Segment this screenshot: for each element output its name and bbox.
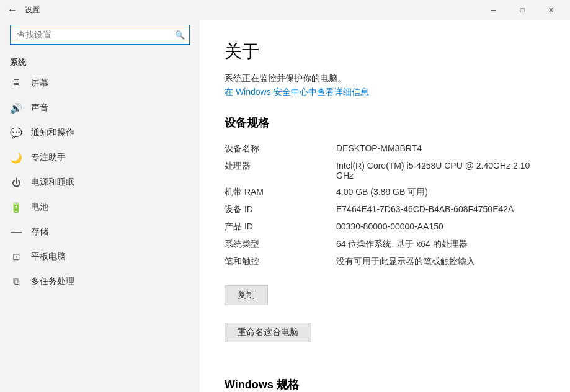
spec-value-system-type: 64 位操作系统, 基于 x64 的处理器 [336, 239, 545, 250]
sidebar-item-focus[interactable]: 🌙 专注助手 [0, 145, 200, 170]
content-area: 关于 系统正在监控并保护你的电脑。 在 Windows 安全中心中查看详细信息 … [200, 20, 570, 392]
back-button[interactable]: ← [5, 2, 20, 17]
section-label-system: 系统 [0, 52, 200, 71]
spec-label-cpu: 处理器 [225, 161, 336, 180]
sidebar-item-battery-label: 电池 [31, 202, 48, 213]
spec-value-pen-touch: 没有可用于此显示器的笔或触控输入 [336, 256, 545, 267]
maximize-button[interactable]: □ [508, 0, 537, 20]
battery-icon: 🔋 [10, 201, 22, 213]
sidebar: 🔍 系统 🖥 屏幕 🔊 声音 💬 通知和操作 🌙 专注助手 ⏻ 电源和睡眠 🔋 … [0, 20, 200, 392]
spec-value-ram: 4.00 GB (3.89 GB 可用) [336, 187, 545, 198]
close-button[interactable]: ✕ [537, 0, 565, 20]
device-specs-table: 设备名称 DESKTOP-MM3BRT4 处理器 Intel(R) Core(T… [225, 140, 545, 270]
window-title: 设置 [25, 5, 40, 16]
window-controls: ─ □ ✕ [479, 0, 565, 20]
title-bar-left: ← 设置 [5, 2, 479, 17]
search-container: 🔍 [10, 25, 190, 45]
page-title: 关于 [225, 40, 545, 63]
sidebar-item-tablet-label: 平板电脑 [31, 251, 66, 262]
spec-label-device-id: 设备 ID [225, 204, 336, 215]
spec-row-cpu: 处理器 Intel(R) Core(TM) i5-4258U CPU @ 2.4… [225, 158, 545, 184]
spec-value-device-name: DESKTOP-MM3BRT4 [336, 143, 545, 154]
focus-icon: 🌙 [10, 151, 22, 164]
sidebar-item-multitask-label: 多任务处理 [31, 276, 74, 287]
sidebar-item-notification[interactable]: 💬 通知和操作 [0, 120, 200, 145]
app-body: 🔍 系统 🖥 屏幕 🔊 声音 💬 通知和操作 🌙 专注助手 ⏻ 电源和睡眠 🔋 … [0, 20, 570, 392]
title-bar: ← 设置 ─ □ ✕ [0, 0, 570, 20]
copy-button[interactable]: 复制 [225, 285, 268, 305]
sidebar-item-focus-label: 专注助手 [31, 152, 66, 163]
spec-label-pen-touch: 笔和触控 [225, 256, 336, 267]
spec-row-device-id: 设备 ID E7464E41-7D63-46CD-B4AB-608F4750E4… [225, 201, 545, 218]
windows-specs-title: Windows 规格 [225, 377, 545, 392]
sidebar-item-power-label: 电源和睡眠 [31, 177, 74, 188]
screen-icon: 🖥 [10, 77, 22, 89]
spec-value-cpu: Intel(R) Core(TM) i5-4258U CPU @ 2.40GHz… [336, 161, 545, 180]
spec-label-ram: 机带 RAM [225, 187, 336, 198]
spec-row-ram: 机带 RAM 4.00 GB (3.89 GB 可用) [225, 184, 545, 201]
spec-label-device-name: 设备名称 [225, 143, 336, 154]
spec-value-product-id: 00330-80000-00000-AA150 [336, 221, 545, 233]
sidebar-item-storage-label: 存储 [31, 226, 48, 238]
spec-value-device-id: E7464E41-7D63-46CD-B4AB-608F4750E42A [336, 204, 545, 215]
tablet-icon: ⊡ [10, 251, 22, 263]
power-icon: ⏻ [10, 176, 22, 189]
sidebar-item-tablet[interactable]: ⊡ 平板电脑 [0, 244, 200, 269]
storage-icon: — [10, 226, 22, 238]
sidebar-item-notification-label: 通知和操作 [31, 127, 74, 138]
search-input[interactable] [10, 25, 190, 45]
search-wrapper: 🔍 [10, 25, 190, 45]
sidebar-item-battery[interactable]: 🔋 电池 [0, 195, 200, 220]
security-notice: 系统正在监控并保护你的电脑。 [225, 73, 545, 84]
spec-label-system-type: 系统类型 [225, 239, 336, 250]
sidebar-item-screen-label: 屏幕 [31, 78, 48, 89]
sidebar-item-storage[interactable]: — 存储 [0, 220, 200, 244]
multitask-icon: ⧉ [10, 275, 22, 288]
spec-row-system-type: 系统类型 64 位操作系统, 基于 x64 的处理器 [225, 236, 545, 253]
notification-icon: 💬 [10, 127, 22, 139]
sound-icon: 🔊 [10, 102, 22, 114]
rename-button[interactable]: 重命名这台电脑 [225, 323, 311, 342]
device-specs-title: 设备规格 [225, 115, 545, 130]
sidebar-item-sound[interactable]: 🔊 声音 [0, 96, 200, 120]
sidebar-item-multitask[interactable]: ⧉ 多任务处理 [0, 269, 200, 294]
sidebar-item-screen[interactable]: 🖥 屏幕 [0, 71, 200, 96]
spec-row-device-name: 设备名称 DESKTOP-MM3BRT4 [225, 140, 545, 158]
minimize-button[interactable]: ─ [479, 0, 508, 20]
spec-row-product-id: 产品 ID 00330-80000-00000-AA150 [225, 218, 545, 236]
sidebar-item-power[interactable]: ⏻ 电源和睡眠 [0, 170, 200, 195]
security-center-link[interactable]: 在 Windows 安全中心中查看详细信息 [225, 87, 369, 98]
spec-label-product-id: 产品 ID [225, 221, 336, 233]
spec-row-pen-touch: 笔和触控 没有可用于此显示器的笔或触控输入 [225, 253, 545, 270]
sidebar-item-sound-label: 声音 [31, 102, 48, 114]
